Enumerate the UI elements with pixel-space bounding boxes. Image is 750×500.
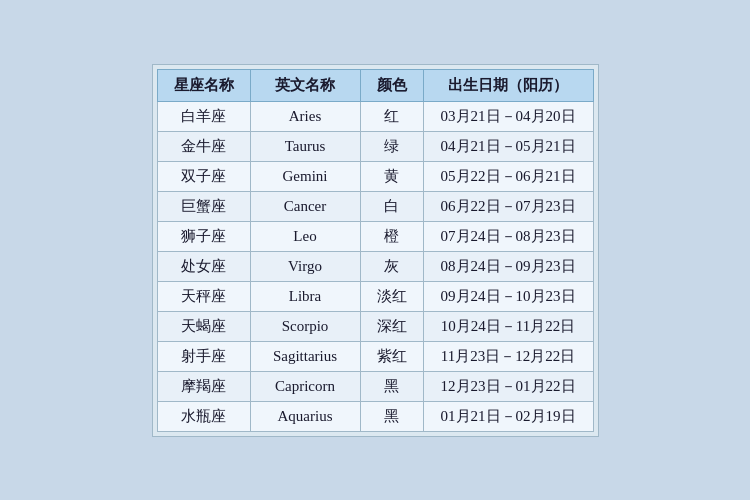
- english-name: Libra: [250, 281, 360, 311]
- date-range: 09月24日－10月23日: [423, 281, 593, 311]
- english-name: Capricorn: [250, 371, 360, 401]
- color-value: 灰: [360, 251, 423, 281]
- table-row: 天秤座Libra淡红09月24日－10月23日: [157, 281, 593, 311]
- color-value: 白: [360, 191, 423, 221]
- date-range: 04月21日－05月21日: [423, 131, 593, 161]
- table-row: 射手座Sagittarius紫红11月23日－12月22日: [157, 341, 593, 371]
- english-name: Leo: [250, 221, 360, 251]
- color-value: 绿: [360, 131, 423, 161]
- table-row: 双子座Gemini黄05月22日－06月21日: [157, 161, 593, 191]
- chinese-name: 天秤座: [157, 281, 250, 311]
- date-range: 10月24日－11月22日: [423, 311, 593, 341]
- date-range: 06月22日－07月23日: [423, 191, 593, 221]
- date-range: 03月21日－04月20日: [423, 101, 593, 131]
- header-date: 出生日期（阳历）: [423, 69, 593, 101]
- table-row: 白羊座Aries红03月21日－04月20日: [157, 101, 593, 131]
- color-value: 黑: [360, 401, 423, 431]
- english-name: Sagittarius: [250, 341, 360, 371]
- chinese-name: 摩羯座: [157, 371, 250, 401]
- english-name: Virgo: [250, 251, 360, 281]
- table-header-row: 星座名称 英文名称 颜色 出生日期（阳历）: [157, 69, 593, 101]
- table-row: 巨蟹座Cancer白06月22日－07月23日: [157, 191, 593, 221]
- chinese-name: 狮子座: [157, 221, 250, 251]
- date-range: 01月21日－02月19日: [423, 401, 593, 431]
- date-range: 11月23日－12月22日: [423, 341, 593, 371]
- zodiac-table-container: 星座名称 英文名称 颜色 出生日期（阳历） 白羊座Aries红03月21日－04…: [152, 64, 599, 437]
- chinese-name: 巨蟹座: [157, 191, 250, 221]
- table-row: 狮子座Leo橙07月24日－08月23日: [157, 221, 593, 251]
- header-color: 颜色: [360, 69, 423, 101]
- color-value: 黄: [360, 161, 423, 191]
- chinese-name: 水瓶座: [157, 401, 250, 431]
- date-range: 05月22日－06月21日: [423, 161, 593, 191]
- chinese-name: 双子座: [157, 161, 250, 191]
- color-value: 紫红: [360, 341, 423, 371]
- table-row: 金牛座Taurus绿04月21日－05月21日: [157, 131, 593, 161]
- date-range: 07月24日－08月23日: [423, 221, 593, 251]
- chinese-name: 天蝎座: [157, 311, 250, 341]
- english-name: Taurus: [250, 131, 360, 161]
- color-value: 橙: [360, 221, 423, 251]
- table-row: 处女座Virgo灰08月24日－09月23日: [157, 251, 593, 281]
- date-range: 08月24日－09月23日: [423, 251, 593, 281]
- english-name: Aries: [250, 101, 360, 131]
- color-value: 红: [360, 101, 423, 131]
- zodiac-table: 星座名称 英文名称 颜色 出生日期（阳历） 白羊座Aries红03月21日－04…: [157, 69, 594, 432]
- chinese-name: 处女座: [157, 251, 250, 281]
- header-english: 英文名称: [250, 69, 360, 101]
- table-row: 水瓶座Aquarius黑01月21日－02月19日: [157, 401, 593, 431]
- color-value: 深红: [360, 311, 423, 341]
- table-row: 天蝎座Scorpio深红10月24日－11月22日: [157, 311, 593, 341]
- chinese-name: 白羊座: [157, 101, 250, 131]
- color-value: 黑: [360, 371, 423, 401]
- english-name: Scorpio: [250, 311, 360, 341]
- header-chinese: 星座名称: [157, 69, 250, 101]
- table-row: 摩羯座Capricorn黑12月23日－01月22日: [157, 371, 593, 401]
- english-name: Gemini: [250, 161, 360, 191]
- english-name: Aquarius: [250, 401, 360, 431]
- date-range: 12月23日－01月22日: [423, 371, 593, 401]
- english-name: Cancer: [250, 191, 360, 221]
- chinese-name: 金牛座: [157, 131, 250, 161]
- chinese-name: 射手座: [157, 341, 250, 371]
- color-value: 淡红: [360, 281, 423, 311]
